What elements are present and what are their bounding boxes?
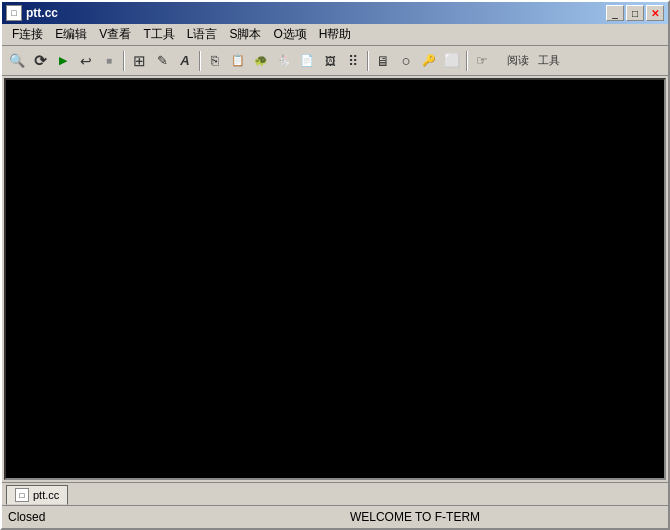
monitor-icon: 🖥 (376, 53, 390, 69)
refresh-button[interactable]: ⟳ (29, 50, 51, 72)
menu-script[interactable]: S脚本 (223, 24, 267, 45)
copy-icon: ⎘ (211, 53, 219, 68)
play-icon: ▶ (59, 54, 67, 67)
stop-icon: ■ (106, 55, 112, 66)
key-icon: 🔑 (422, 54, 436, 67)
menu-connect[interactable]: F连接 (6, 24, 49, 45)
menu-help[interactable]: H帮助 (313, 24, 358, 45)
toolbar: 🔍 ⟳ ▶ ↩ ■ ⊞ ✎ A ⎘ (2, 46, 668, 76)
tab-ptt[interactable]: □ ptt.cc (6, 485, 68, 505)
back-icon: ↩ (80, 53, 92, 69)
font-button[interactable]: A (174, 50, 196, 72)
separator-4 (466, 51, 468, 71)
menubar: F连接 E编辑 V查看 T工具 L语言 S脚本 O选项 H帮助 (2, 24, 668, 46)
read-button[interactable] (494, 50, 502, 72)
file-button[interactable]: 📄 (296, 50, 318, 72)
window-icon: □ (6, 5, 22, 21)
circle-icon: ○ (401, 52, 410, 69)
key-button[interactable]: 🔑 (418, 50, 440, 72)
tools-menu-icon: 阅读 (507, 53, 529, 68)
minimize-button[interactable]: _ (606, 5, 624, 21)
circle-button[interactable]: ○ (395, 50, 417, 72)
play-button[interactable]: ▶ (52, 50, 74, 72)
maximize-button[interactable]: □ (626, 5, 644, 21)
menu-options[interactable]: O选项 (267, 24, 312, 45)
pointer-button[interactable]: ☞ (471, 50, 493, 72)
edit-button[interactable]: ✎ (151, 50, 173, 72)
dots-icon: ⠿ (348, 53, 358, 69)
menu-edit[interactable]: E编辑 (49, 24, 93, 45)
file-icon: 📄 (300, 54, 314, 67)
paste-icon: 📋 (231, 54, 245, 67)
tab-row: □ ptt.cc (2, 483, 668, 505)
search-button[interactable]: 🔍 (6, 50, 28, 72)
bbs-icon: 工具 (538, 53, 560, 68)
fast-button[interactable]: 🐇 (273, 50, 295, 72)
grid-button[interactable]: ⊞ (128, 50, 150, 72)
font-icon: A (180, 53, 189, 68)
close-button[interactable]: ✕ (646, 5, 664, 21)
image-button[interactable]: 🖼 (319, 50, 341, 72)
grid-icon: ⊞ (133, 52, 146, 70)
monitor-button[interactable]: 🖥 (372, 50, 394, 72)
menu-tools[interactable]: T工具 (137, 24, 180, 45)
image-icon: 🖼 (325, 55, 336, 67)
rabbit-icon: 🐇 (277, 54, 291, 67)
tab-icon: □ (15, 488, 29, 502)
back-button[interactable]: ↩ (75, 50, 97, 72)
pointer-icon: ☞ (476, 53, 488, 68)
turtle-icon: 🐢 (254, 54, 268, 67)
main-window: □ ptt.cc _ □ ✕ F连接 E编辑 V查看 T工具 L语言 S脚本 O… (0, 0, 670, 530)
menu-lang[interactable]: L语言 (181, 24, 224, 45)
status-row: Closed WELCOME TO F-TERM (2, 505, 668, 527)
window-button[interactable]: ⬜ (441, 50, 463, 72)
refresh-icon: ⟳ (34, 52, 47, 70)
search-icon: 🔍 (9, 53, 25, 68)
window-title: ptt.cc (26, 6, 606, 20)
paste-button[interactable]: 📋 (227, 50, 249, 72)
separator-1 (123, 51, 125, 71)
slow-button[interactable]: 🐢 (250, 50, 272, 72)
edit-icon: ✎ (157, 53, 168, 68)
menu-view[interactable]: V查看 (93, 24, 137, 45)
copy-button[interactable]: ⎘ (204, 50, 226, 72)
window2-icon: ⬜ (444, 53, 460, 68)
separator-2 (199, 51, 201, 71)
tools-menu-button[interactable]: 阅读 (503, 50, 533, 72)
bbs-button[interactable]: 工具 (534, 50, 564, 72)
terminal-area[interactable] (4, 78, 666, 480)
stop-button[interactable]: ■ (98, 50, 120, 72)
welcome-text: WELCOME TO F-TERM (168, 510, 662, 524)
tab-label: ptt.cc (33, 489, 59, 501)
titlebar: □ ptt.cc _ □ ✕ (2, 2, 668, 24)
separator-3 (367, 51, 369, 71)
titlebar-buttons: _ □ ✕ (606, 5, 664, 21)
status-text: Closed (8, 510, 168, 524)
statusbar-area: □ ptt.cc Closed WELCOME TO F-TERM (2, 482, 668, 528)
dots-button[interactable]: ⠿ (342, 50, 364, 72)
